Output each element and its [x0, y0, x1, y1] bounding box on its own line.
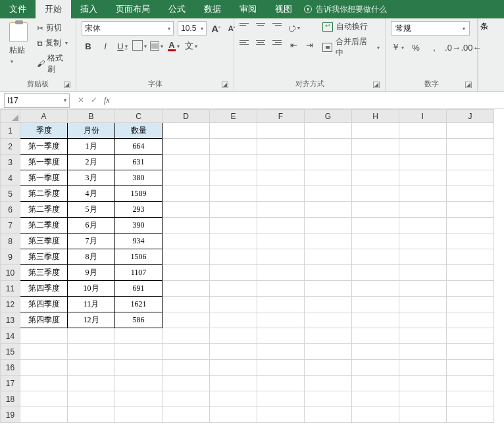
cut-button[interactable]: ✂剪切 — [34, 21, 70, 35]
row-header-1[interactable]: 1 — [1, 123, 20, 139]
cell-D7[interactable] — [163, 218, 210, 234]
cell-J1[interactable] — [447, 123, 494, 139]
row-header-5[interactable]: 5 — [1, 186, 20, 202]
cell-F17[interactable] — [257, 376, 305, 391]
formula-bar[interactable] — [116, 93, 504, 108]
cell-F11[interactable] — [257, 281, 305, 297]
cell-B8[interactable]: 7月 — [68, 234, 115, 249]
cell-F9[interactable] — [257, 249, 305, 265]
cell-E15[interactable] — [210, 344, 257, 360]
cell-D13[interactable] — [163, 312, 210, 328]
cell-G19[interactable] — [305, 407, 352, 423]
cell-I5[interactable] — [399, 186, 447, 202]
cell-C19[interactable] — [115, 407, 163, 423]
format-painter-button[interactable]: 🖌格式刷 — [34, 51, 70, 76]
row-header-15[interactable]: 15 — [1, 344, 20, 360]
tab-formulas[interactable]: 公式 — [159, 0, 195, 18]
cell-H5[interactable] — [352, 186, 399, 202]
column-header-J[interactable]: J — [447, 110, 494, 123]
cell-A14[interactable] — [20, 328, 68, 344]
cell-G16[interactable] — [305, 360, 352, 376]
number-dialog-launcher[interactable]: ◢ — [465, 82, 472, 88]
cell-A4[interactable]: 第一季度 — [20, 170, 68, 186]
copy-button[interactable]: ⧉复制▾ — [34, 36, 70, 50]
cell-J11[interactable] — [447, 281, 494, 297]
cell-H6[interactable] — [352, 202, 399, 218]
cell-A15[interactable] — [20, 344, 68, 360]
bold-button[interactable]: B — [82, 39, 95, 53]
cell-I11[interactable] — [399, 281, 447, 297]
cell-A19[interactable] — [20, 407, 68, 423]
ribbon-overflow[interactable]: 条 — [478, 18, 490, 91]
cell-I13[interactable] — [399, 312, 447, 328]
cell-G7[interactable] — [305, 218, 352, 234]
cell-I8[interactable] — [399, 234, 447, 249]
cell-D15[interactable] — [163, 344, 210, 360]
increase-indent-button[interactable]: ⇥ — [303, 38, 316, 51]
cell-G17[interactable] — [305, 376, 352, 391]
cell-E17[interactable] — [210, 376, 257, 391]
row-header-11[interactable]: 11 — [1, 281, 20, 297]
cell-J8[interactable] — [447, 234, 494, 249]
cell-C7[interactable]: 390 — [115, 218, 163, 234]
cell-J10[interactable] — [447, 265, 494, 281]
row-header-2[interactable]: 2 — [1, 139, 20, 155]
row-header-19[interactable]: 19 — [1, 407, 20, 423]
cell-D1[interactable] — [163, 123, 210, 139]
cell-G1[interactable] — [305, 123, 352, 139]
cell-G2[interactable] — [305, 139, 352, 155]
cell-E2[interactable] — [210, 139, 257, 155]
cell-H10[interactable] — [352, 265, 399, 281]
cell-J2[interactable] — [447, 139, 494, 155]
cell-H19[interactable] — [352, 407, 399, 423]
fx-icon[interactable]: fx — [104, 95, 110, 105]
row-header-8[interactable]: 8 — [1, 234, 20, 249]
row-header-4[interactable]: 4 — [1, 170, 20, 186]
cell-F16[interactable] — [257, 360, 305, 376]
cell-A13[interactable]: 第四季度 — [20, 312, 68, 328]
comma-style-button[interactable]: , — [428, 41, 441, 54]
row-header-10[interactable]: 10 — [1, 265, 20, 281]
cell-D17[interactable] — [163, 376, 210, 391]
font-size-select[interactable]: 10.5▾ — [178, 21, 207, 36]
cell-E14[interactable] — [210, 328, 257, 344]
align-center[interactable] — [254, 36, 267, 49]
clipboard-dialog-launcher[interactable]: ◢ — [64, 82, 70, 88]
tab-insert[interactable]: 插入 — [71, 0, 107, 18]
cell-C8[interactable]: 934 — [115, 234, 163, 249]
cell-C9[interactable]: 1506 — [115, 249, 163, 265]
cell-E1[interactable] — [210, 123, 257, 139]
cell-C15[interactable] — [115, 344, 163, 360]
cell-E19[interactable] — [210, 407, 257, 423]
cell-A9[interactable]: 第三季度 — [20, 249, 68, 265]
cell-E6[interactable] — [210, 202, 257, 218]
cancel-formula-icon[interactable]: ✕ — [78, 95, 84, 105]
cell-E18[interactable] — [210, 391, 257, 407]
cell-J16[interactable] — [447, 360, 494, 376]
cell-J17[interactable] — [447, 376, 494, 391]
percent-button[interactable]: % — [409, 41, 422, 54]
cell-F10[interactable] — [257, 265, 305, 281]
cell-G13[interactable] — [305, 312, 352, 328]
cell-A17[interactable] — [20, 376, 68, 391]
cell-C4[interactable]: 380 — [115, 170, 163, 186]
cell-D9[interactable] — [163, 249, 210, 265]
cell-B19[interactable] — [68, 407, 115, 423]
cell-G18[interactable] — [305, 391, 352, 407]
cell-G4[interactable] — [305, 170, 352, 186]
cell-A5[interactable]: 第二季度 — [20, 186, 68, 202]
cell-H13[interactable] — [352, 312, 399, 328]
font-name-select[interactable]: 宋体▾ — [82, 21, 174, 36]
row-header-13[interactable]: 13 — [1, 312, 20, 328]
cell-E10[interactable] — [210, 265, 257, 281]
cell-H16[interactable] — [352, 360, 399, 376]
cell-E13[interactable] — [210, 312, 257, 328]
cell-H8[interactable] — [352, 234, 399, 249]
cell-B14[interactable] — [68, 328, 115, 344]
tell-me[interactable]: 告诉我你想要做什么 — [304, 0, 387, 18]
name-box[interactable]: I17▾ — [4, 93, 70, 108]
underline-button[interactable]: U▾ — [116, 39, 129, 53]
cell-B6[interactable]: 5月 — [68, 202, 115, 218]
cell-J9[interactable] — [447, 249, 494, 265]
cell-J15[interactable] — [447, 344, 494, 360]
